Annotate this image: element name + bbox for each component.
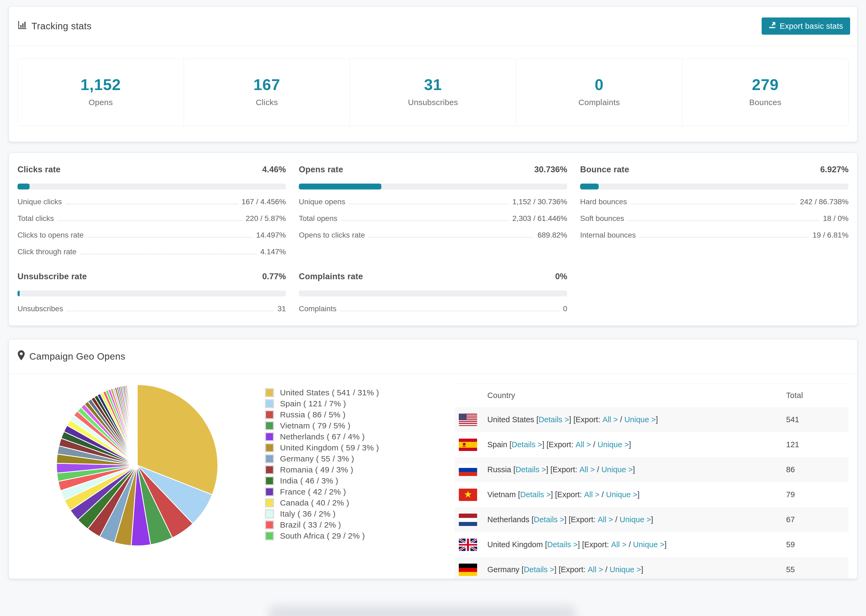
export-all-link[interactable]: All > <box>579 465 595 474</box>
stat-label: Opens <box>18 98 184 107</box>
legend-item: United States ( 541 / 31% ) <box>265 387 416 398</box>
legend-item: India ( 46 / 3% ) <box>265 475 416 486</box>
tracking-stats-card: Tracking stats Export basic stats 1,152O… <box>9 6 857 142</box>
rate-block-bounce-rate: Bounce rate6.927%Hard bounces242 / 86.73… <box>580 165 849 256</box>
rate-title: Complaints rate <box>299 272 363 281</box>
table-row: Germany [Details >] [Export: All > / Uni… <box>455 557 849 579</box>
legend-label: Vietnam ( 79 / 5% ) <box>280 421 350 430</box>
details-link[interactable]: Details > <box>516 465 546 474</box>
stat-value: 279 <box>682 75 848 94</box>
legend-swatch <box>265 465 274 475</box>
bracket: ] <box>651 515 653 524</box>
export-unique-link[interactable]: Unique > <box>633 540 664 549</box>
progress-fill <box>580 184 599 190</box>
rate-row-value: 18 / 0% <box>823 214 849 223</box>
export-all-link[interactable]: All > <box>576 440 591 449</box>
progress-fill <box>299 184 381 190</box>
export-unique-link[interactable]: Unique > <box>620 515 651 524</box>
export-all-link[interactable]: All > <box>584 490 600 499</box>
legend-label: Russia ( 86 / 5% ) <box>280 410 346 419</box>
rate-row-label: Unique opens <box>299 198 345 206</box>
table-row: United States [Details >] [Export: All >… <box>455 407 849 432</box>
stat-value: 1,152 <box>18 75 184 94</box>
details-link[interactable]: Details > <box>524 565 554 574</box>
details-link[interactable]: Details > <box>512 440 542 449</box>
bracket: ] <box>638 490 639 499</box>
details-link[interactable]: Details > <box>538 415 569 424</box>
details-link[interactable]: Details > <box>520 490 551 499</box>
total-cell: 67 <box>786 515 849 524</box>
legend-swatch <box>265 399 274 408</box>
stat-cell-bounces: 279Bounces <box>682 59 848 126</box>
rate-row-label: Click through rate <box>17 248 76 256</box>
rate-title: Bounce rate <box>580 165 629 174</box>
rate-head: Opens rate30.736% <box>299 165 567 174</box>
legend-label: Germany ( 55 / 3% ) <box>280 454 354 464</box>
dotted-leader <box>341 220 509 221</box>
geo-header: Campaign Geo Opens <box>9 339 857 374</box>
legend-swatch <box>265 487 274 497</box>
progress-fill <box>17 184 30 190</box>
dotted-leader <box>639 237 809 237</box>
legend-item: France ( 42 / 2% ) <box>265 486 416 497</box>
rate-value: 4.46% <box>262 165 286 174</box>
rates-grid: Clicks rate4.46%Unique clicks167 / 4.456… <box>17 165 849 313</box>
stat-label: Clicks <box>184 98 350 107</box>
rate-row-label: Total opens <box>299 214 337 223</box>
export-unique-link[interactable]: Unique > <box>597 440 629 449</box>
legend-swatch <box>265 520 274 530</box>
dotted-leader <box>340 311 559 311</box>
details-link[interactable]: Details > <box>534 515 565 524</box>
bracket: ] [Export: <box>551 490 584 499</box>
rate-row: Complaints0 <box>299 305 567 313</box>
legend-label: Romania ( 49 / 3% ) <box>280 465 353 475</box>
dotted-leader <box>66 204 238 204</box>
rate-rows: Complaints0 <box>299 305 567 313</box>
rate-row-label: Hard bounces <box>580 198 627 206</box>
rate-rows: Hard bounces242 / 86.738%Soft bounces18 … <box>580 198 849 239</box>
stat-label: Complaints <box>516 98 682 107</box>
rate-row: Hard bounces242 / 86.738% <box>580 198 849 206</box>
pie-legend: United States ( 541 / 31% )Spain ( 121 /… <box>265 387 416 541</box>
stat-cell-clicks: 167Clicks <box>184 59 350 126</box>
export-all-link[interactable]: All > <box>611 540 627 549</box>
slash: / <box>595 465 601 474</box>
rate-block-opens-rate: Opens rate30.736%Unique opens1,152 / 30.… <box>299 165 567 256</box>
flag-germany <box>459 564 477 576</box>
export-all-link[interactable]: All > <box>598 515 613 524</box>
export-unique-link[interactable]: Unique > <box>624 415 656 424</box>
legend-swatch <box>265 443 274 452</box>
legend-item: Germany ( 55 / 3% ) <box>265 453 416 464</box>
rate-row-value: 4.147% <box>260 248 286 256</box>
rate-row-value: 689.82% <box>537 231 567 239</box>
legend-item: Canada ( 40 / 2% ) <box>265 497 416 508</box>
export-all-link[interactable]: All > <box>587 565 603 574</box>
page: Tracking stats Export basic stats 1,152O… <box>0 0 866 579</box>
rate-row-value: 14.497% <box>256 231 286 239</box>
flag-russia <box>459 464 477 476</box>
bracket: ] <box>656 415 658 424</box>
export-unique-link[interactable]: Unique > <box>610 565 641 574</box>
details-link[interactable]: Details > <box>547 540 578 549</box>
slash: / <box>603 565 609 574</box>
rate-row-label: Total clicks <box>17 214 54 223</box>
bracket: [ <box>536 415 538 424</box>
legend-swatch <box>265 454 274 464</box>
rate-rows: Unique clicks167 / 4.456%Total clicks220… <box>17 198 286 256</box>
export-unique-link[interactable]: Unique > <box>606 490 638 499</box>
export-basic-stats-button[interactable]: Export basic stats <box>762 17 850 35</box>
stat-value: 31 <box>350 75 516 94</box>
country-name: Spain <box>487 440 509 449</box>
country-cell: United States [Details >] [Export: All >… <box>459 413 786 426</box>
geo-title-text: Campaign Geo Opens <box>29 351 125 362</box>
slash: / <box>591 440 597 449</box>
page-bottom-overlay <box>269 605 576 616</box>
export-all-link[interactable]: All > <box>602 415 618 424</box>
export-unique-link[interactable]: Unique > <box>601 465 633 474</box>
rate-row-label: Complaints <box>299 305 337 313</box>
progress-track <box>17 184 286 190</box>
rate-head: Bounce rate6.927% <box>580 165 849 174</box>
rate-value: 0.77% <box>262 272 286 281</box>
legend-swatch <box>265 531 274 541</box>
geo-pie-chart <box>55 383 219 547</box>
